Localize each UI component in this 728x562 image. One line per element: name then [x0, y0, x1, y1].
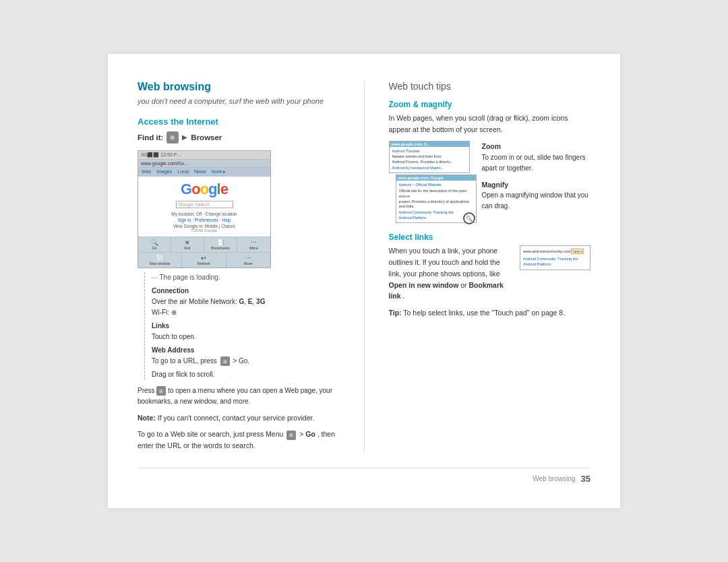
web-address-icon: ⊞: [220, 356, 230, 366]
press-menu-text: Press ⊞ to open a menu where you can ope…: [138, 385, 340, 407]
select-links-mid: or: [460, 281, 468, 289]
find-it-label: Find it:: [138, 133, 163, 142]
left-column: Web browsing you don't need a computer, …: [138, 81, 340, 451]
links-label: Links: [152, 321, 265, 332]
zoom-callout-label: Zoom: [482, 141, 591, 152]
zoom-intro-text: In Web pages, when you scroll (drag or f…: [389, 113, 591, 135]
tip-block: Tip: To help select links, use the "Touc…: [389, 307, 591, 319]
subtitle-text: you don't need a computer, surf the web …: [138, 96, 340, 106]
note-block: Note: If you can't connect, contact your…: [138, 412, 340, 424]
zoom-magnify-title: Zoom & magnify: [389, 100, 591, 109]
zoom-callout-text: To zoom in or out, slide two fingers apa…: [482, 152, 591, 174]
magnify-callout-text: Open a magnifying window that you can dr…: [482, 190, 591, 212]
tip-text: To help select links, use the "Touch pad…: [403, 309, 565, 317]
tip-label: Tip:: [389, 309, 402, 317]
browser-screenshot: 3G⬛⬛ 12:50 P… www.google.com/Go… WebImag…: [138, 150, 271, 268]
note-label: Note:: [138, 414, 156, 422]
select-links-text: When you touch a link, your phone outlin…: [389, 245, 515, 302]
go-to-text: To go to a Web site or search, just pres…: [138, 430, 283, 438]
links-text: Touch to open.: [152, 333, 196, 340]
callout-area: — The page is loading. Connection Over t…: [138, 272, 340, 380]
drag-text: Drag or flick to scroll.: [152, 371, 214, 378]
web-address-go: > Go.: [233, 357, 249, 365]
web-touch-tips-title: Web touch tips: [389, 81, 591, 92]
zoom-magnify-section: Zoom & magnify In Web pages, when you sc…: [389, 100, 591, 223]
footer-label: Web browsing: [533, 475, 575, 482]
select-links-title: Select links: [389, 232, 591, 242]
find-it-arrow: ▶: [182, 133, 187, 141]
select-links-screenshot: www.androidcommunity.com/Select Android …: [520, 245, 590, 270]
right-column: Web touch tips Zoom & magnify In Web pag…: [389, 81, 591, 451]
select-links-section: Select links When you touch a link, your…: [389, 232, 591, 319]
callout-text-block: — The page is loading. Connection Over t…: [152, 272, 265, 380]
access-internet-title: Access the Internet: [138, 117, 340, 127]
connection-label: Connection: [152, 286, 265, 296]
web-browsing-title: Web browsing: [138, 81, 340, 93]
web-address-label: Web Address: [152, 345, 265, 356]
find-it-browser: Browser: [191, 133, 222, 142]
go-label: Go: [305, 430, 315, 438]
open-in-new-window: Open in new window: [389, 281, 459, 289]
magnify-callout-label: Magnify: [482, 179, 591, 191]
note-text: If you can't connect, contact your servi…: [158, 414, 315, 422]
web-address-text: To go to a URL, press: [152, 357, 217, 365]
loading-callout: The page is loading.: [160, 274, 220, 281]
zoom-browser-top: www.google.com: G… Android Tutorials New…: [389, 141, 470, 174]
footer: Web browsing 35: [138, 468, 590, 484]
connection-text: Over the air Mobile Network: G, E, 3GWi-…: [152, 298, 265, 316]
select-links-end: .: [403, 292, 405, 300]
select-links-intro: When you touch a link, your phone outlin…: [389, 247, 500, 278]
goto-text: To go to a Web site or search, just pres…: [138, 429, 340, 451]
magnify-glass-icon: 🔍: [463, 212, 475, 224]
find-it-icon: ⊕: [166, 131, 179, 144]
page-number: 35: [581, 474, 590, 484]
find-it-row: Find it: ⊕ ▶ Browser: [138, 131, 340, 144]
